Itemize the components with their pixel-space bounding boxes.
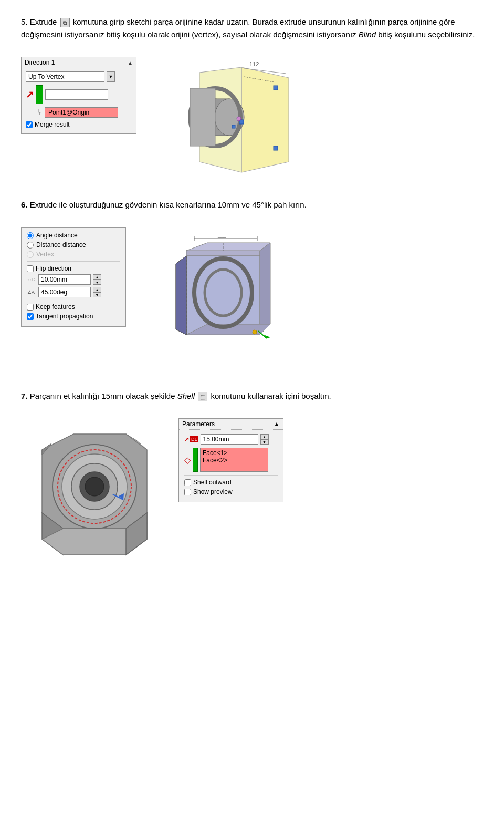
thickness-row: ↗ D1 ▲ ▼ xyxy=(184,434,278,445)
paragraph-1: 5. Extrude ⧉ komutuna girip sketchi parç… xyxy=(21,16,483,41)
collapse-icon[interactable]: ▲ xyxy=(128,60,133,66)
angle-icon: ∠A xyxy=(27,287,36,297)
svg-rect-23 xyxy=(186,256,260,335)
extrude-icon: ⧉ xyxy=(60,18,70,27)
chamfer-svg: ___ xyxy=(136,227,294,374)
svg-marker-24 xyxy=(260,243,270,335)
section6-layout: Angle distance Distance distance Vertex … xyxy=(21,227,483,374)
show-preview-checkbox[interactable] xyxy=(184,489,191,495)
svg-point-43 xyxy=(85,477,104,496)
vertex-row: ⑂ Point1@Origin xyxy=(37,107,132,118)
shell-outward-checkbox[interactable] xyxy=(184,479,191,486)
chamfer-panel: Angle distance Distance distance Vertex … xyxy=(21,227,126,327)
svg-marker-29 xyxy=(176,256,186,335)
dropdown-row: Up To Vertex ▼ xyxy=(26,71,132,82)
step6-label: 6. xyxy=(21,200,28,209)
distance-distance-radio[interactable] xyxy=(27,242,34,249)
direction-input-box[interactable] xyxy=(45,89,108,100)
shell-collapse-icon[interactable]: ▲ xyxy=(274,420,280,428)
face-select-row: ◇ Face<1> Face<2> xyxy=(184,448,278,472)
step7-end: komutunu kullanarak içini boşaltın. xyxy=(211,391,331,400)
section7-layout: Parameters ▲ ↗ D1 ▲ ▼ ◇ Face xyxy=(21,418,483,565)
panel-header: Direction 1 ▲ xyxy=(22,57,136,68)
svg-marker-21 xyxy=(186,251,260,256)
thickness-input[interactable] xyxy=(201,434,258,445)
step6-content: Extrude ile oluşturduğunuz gövdenin kısa… xyxy=(30,200,307,209)
angle-distance-label: Angle distance xyxy=(36,232,78,239)
distance-up-btn[interactable]: ▲ xyxy=(93,274,101,280)
svg-rect-12 xyxy=(232,125,235,128)
dropdown-arrow[interactable]: ▼ xyxy=(107,71,115,82)
vertex-radio-label: Vertex xyxy=(36,251,54,258)
up-to-vertex-select[interactable]: Up To Vertex xyxy=(26,71,104,82)
distance-param-row: ↔D ▲ ▼ xyxy=(27,274,120,285)
tangent-propagation-label: Tangent propagation xyxy=(36,313,93,320)
flip-direction-label: Flip direction xyxy=(36,265,71,272)
keep-features-checkbox[interactable] xyxy=(27,304,34,311)
face-input-box[interactable]: Face<1> Face<2> xyxy=(200,448,268,472)
text-before-icon: 5. Extrude xyxy=(21,17,59,26)
step7-content: Parçanın et kalınlığı 15mm olacak şekild… xyxy=(30,391,177,400)
angle-down-btn[interactable]: ▼ xyxy=(93,292,101,297)
angle-up-btn[interactable]: ▲ xyxy=(93,287,101,292)
intro-text: 5. Extrude ⧉ komutuna girip sketchi parç… xyxy=(21,16,483,41)
shell-panel: Parameters ▲ ↗ D1 ▲ ▼ ◇ Face xyxy=(178,418,284,502)
merge-result-checkbox[interactable] xyxy=(26,121,33,128)
vertex-input[interactable]: Point1@Origin xyxy=(45,107,118,118)
green-face-bar xyxy=(193,448,198,472)
thickness-up-btn[interactable]: ▲ xyxy=(260,434,269,439)
shell-3d-view xyxy=(21,418,168,565)
merge-result-label: Merge result xyxy=(35,121,70,128)
face1-label: Face<1> xyxy=(203,449,266,457)
green-indicator-bar xyxy=(36,85,43,104)
keep-features-row: Keep features xyxy=(27,303,120,311)
step7-text: 7. Parçanın et kalınlığı 15mm olacak şek… xyxy=(21,390,483,402)
svg-rect-9 xyxy=(274,86,278,90)
svg-marker-22 xyxy=(186,243,270,251)
svg-marker-0 xyxy=(242,67,289,172)
tangent-propagation-row: Tangent propagation xyxy=(27,313,120,320)
distance-icon: ↔D xyxy=(27,274,36,285)
svg-rect-10 xyxy=(274,146,278,150)
shell-panel-title: Parameters xyxy=(182,420,215,428)
shell-panel-header: Parameters ▲ xyxy=(179,419,283,430)
svg-rect-8 xyxy=(190,88,215,146)
angle-input[interactable] xyxy=(38,287,91,297)
blind-text: Blind xyxy=(359,30,376,39)
step7-label: 7. xyxy=(21,391,28,400)
distance-input[interactable] xyxy=(38,274,91,285)
svg-point-32 xyxy=(253,330,257,334)
keep-features-label: Keep features xyxy=(36,303,75,311)
flip-direction-checkbox[interactable] xyxy=(27,265,34,272)
step7-section: 7. Parçanın et kalınlığı 15mm olacak şek… xyxy=(21,390,483,402)
shell-panel-body: ↗ D1 ▲ ▼ ◇ Face<1> Face<2> xyxy=(179,430,283,502)
distance-down-btn[interactable]: ▼ xyxy=(93,280,101,285)
panel-body: Up To Vertex ▼ ↗ ⑂ Point1@Origin Merge r… xyxy=(22,68,136,133)
vertex-radio[interactable] xyxy=(27,251,34,258)
distance-distance-label: Distance distance xyxy=(36,241,86,249)
svg-point-13 xyxy=(237,117,241,121)
angle-distance-row: Angle distance xyxy=(27,232,120,239)
svg-text:∠A: ∠A xyxy=(27,290,35,295)
d1-badge: D1 xyxy=(190,436,198,442)
angle-param-row: ∠A ▲ ▼ xyxy=(27,287,120,297)
extrude-3d-view: 112 xyxy=(147,57,304,183)
show-preview-row: Show preview xyxy=(184,488,278,495)
angle-distance-radio[interactable] xyxy=(27,232,34,239)
tangent-propagation-checkbox[interactable] xyxy=(27,313,34,320)
svg-text:↔D: ↔D xyxy=(27,277,36,282)
section5-layout: Direction 1 ▲ Up To Vertex ▼ ↗ ⑂ Point1 xyxy=(21,57,483,183)
dropdown-value: Up To Vertex xyxy=(28,73,64,80)
shell-italic: Shell xyxy=(177,391,195,400)
show-preview-label: Show preview xyxy=(193,488,233,495)
text-end: bitiş koşulunu seçebilirsiniz. xyxy=(378,30,475,39)
thickness-down-btn[interactable]: ▼ xyxy=(260,439,269,445)
svg-text:112: 112 xyxy=(249,61,259,67)
shell-outward-row: Shell outward xyxy=(184,479,278,486)
svg-text:___: ___ xyxy=(217,233,226,238)
chamfer-3d-view: ___ xyxy=(136,227,294,374)
thickness-spinners: ▲ ▼ xyxy=(260,434,269,445)
face-icon: ◇ xyxy=(184,455,191,465)
fork-icon: ⑂ xyxy=(37,108,43,117)
vertex-radio-row: Vertex xyxy=(27,251,120,258)
